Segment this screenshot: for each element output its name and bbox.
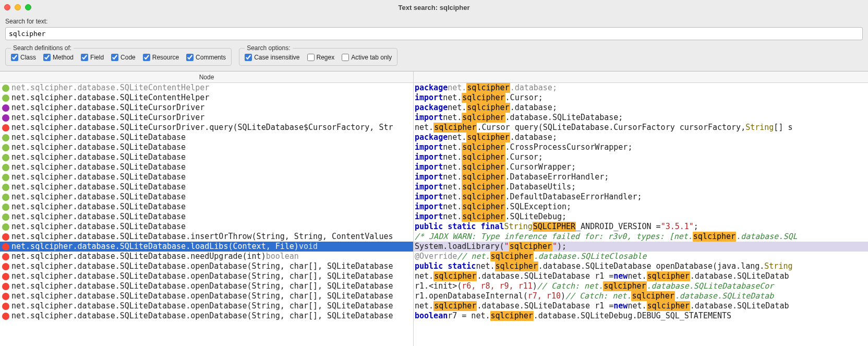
result-row[interactable]: net.sqlcipher.database.SQLiteDatabase.in… [0, 232, 413, 242]
method-icon [2, 303, 9, 310]
check-active[interactable]: Active tab only [342, 54, 392, 61]
result-row[interactable]: net.sqlcipher.database.SQLiteDatabase.lo… [0, 242, 413, 252]
interface-icon [2, 104, 9, 112]
interface-icon [2, 114, 9, 122]
method-icon [2, 273, 9, 280]
method-icon [2, 263, 9, 270]
checkbox-regex[interactable] [307, 54, 315, 61]
checkbox-resource[interactable] [143, 54, 150, 61]
code-header[interactable] [414, 71, 868, 83]
code-row[interactable]: /* JADX WARN: Type inference failed for:… [414, 232, 868, 242]
result-row[interactable]: net.sqlcipher.database.SQLiteDatabase [0, 222, 413, 232]
checkbox-active[interactable] [342, 54, 349, 61]
class-icon [2, 154, 9, 161]
code-row[interactable]: r1.openDatabaseInternal(r7, r10) // Catc… [414, 291, 868, 301]
code-column: package net.sqlcipher.database;import ne… [414, 71, 868, 346]
code-row[interactable]: net.sqlcipher.database.SQLiteDatabase r1… [414, 301, 868, 311]
opts-legend: Search options: [245, 44, 292, 52]
check-ci[interactable]: Case insensitive [245, 54, 299, 61]
result-row[interactable]: net.sqlcipher.database.SQLiteDatabase [0, 202, 413, 212]
result-row[interactable]: net.sqlcipher.database.SQLiteDatabase [0, 162, 413, 172]
code-row[interactable]: net.sqlcipher.Cursor query(SQLiteDatabas… [414, 123, 868, 133]
node-header[interactable]: Node [0, 71, 413, 83]
node-column: Node net.sqlcipher.database.SQLiteConten… [0, 71, 414, 346]
check-class[interactable]: Class [11, 54, 36, 61]
result-row[interactable]: net.sqlcipher.database.SQLiteDatabase [0, 152, 413, 162]
result-row[interactable]: net.sqlcipher.database.SQLiteDatabase.op… [0, 261, 413, 271]
result-row[interactable]: net.sqlcipher.database.SQLiteContentHelp… [0, 83, 413, 93]
search-definitions-fieldset: Search definitions of: ClassMethodFieldC… [5, 44, 232, 66]
checkbox-code[interactable] [111, 54, 118, 61]
result-row[interactable]: net.sqlcipher.database.SQLiteDatabase.op… [0, 301, 413, 311]
result-row[interactable]: net.sqlcipher.database.SQLiteDatabase.op… [0, 291, 413, 301]
traffic-lights [4, 4, 31, 10]
result-row[interactable]: net.sqlcipher.database.SQLiteCursorDrive… [0, 103, 413, 113]
checkbox-method[interactable] [43, 54, 51, 61]
checkbox-field[interactable] [81, 54, 88, 61]
code-row[interactable]: import net.sqlcipher.CrossProcessCursorW… [414, 142, 868, 152]
result-row[interactable]: net.sqlcipher.database.SQLiteDatabase [0, 212, 413, 222]
result-row[interactable]: net.sqlcipher.database.SQLiteContentHelp… [0, 93, 413, 103]
code-row[interactable]: public static final String SQLCIPHER_AND… [414, 222, 868, 232]
class-icon [2, 204, 9, 211]
code-row[interactable]: import net.sqlcipher.SQLException; [414, 202, 868, 212]
check-method[interactable]: Method [43, 54, 74, 61]
code-row[interactable]: public static net.sqlcipher.database.SQL… [414, 261, 868, 271]
checkbox-class[interactable] [11, 54, 18, 61]
result-row[interactable]: net.sqlcipher.database.SQLiteDatabase [0, 182, 413, 192]
result-row[interactable]: net.sqlcipher.database.SQLiteDatabase [0, 133, 413, 142]
code-row[interactable]: r1.<init>(r6, r8, r9, r11) // Catch: net… [414, 281, 868, 291]
code-row[interactable]: @Override // net.sqlcipher.database.SQLi… [414, 252, 868, 261]
code-row[interactable]: import net.sqlcipher.SQLiteDebug; [414, 212, 868, 222]
defs-legend: Search definitions of: [11, 44, 74, 52]
check-field[interactable]: Field [81, 54, 104, 61]
result-row[interactable]: net.sqlcipher.database.SQLiteDatabase.op… [0, 281, 413, 291]
code-row[interactable]: package net.sqlcipher.database; [414, 103, 868, 113]
result-row[interactable]: net.sqlcipher.database.SQLiteDatabase [0, 172, 413, 182]
method-icon [2, 253, 9, 260]
result-row[interactable]: net.sqlcipher.database.SQLiteCursorDrive… [0, 113, 413, 123]
method-icon [2, 233, 9, 241]
close-icon[interactable] [4, 4, 10, 10]
method-icon [2, 124, 9, 132]
result-row[interactable]: net.sqlcipher.database.SQLiteDatabase.op… [0, 311, 413, 321]
check-regex[interactable]: Regex [307, 54, 335, 61]
check-code[interactable]: Code [111, 54, 136, 61]
code-row[interactable]: boolean r7 = net.sqlcipher.database.SQLi… [414, 311, 868, 321]
results-pane: Node net.sqlcipher.database.SQLiteConten… [0, 71, 868, 346]
zoom-icon[interactable] [25, 4, 31, 10]
code-row[interactable]: import net.sqlcipher.Cursor; [414, 93, 868, 103]
code-row[interactable]: import net.sqlcipher.DatabaseUtils; [414, 182, 868, 192]
code-row[interactable]: import net.sqlcipher.Cursor; [414, 152, 868, 162]
checkbox-ci[interactable] [245, 54, 252, 61]
code-row[interactable]: import net.sqlcipher.database.SQLiteData… [414, 113, 868, 123]
check-comments[interactable]: Comments [186, 54, 226, 61]
class-icon [2, 223, 9, 231]
method-icon [2, 243, 9, 250]
check-resource[interactable]: Resource [143, 54, 179, 61]
search-input[interactable] [5, 27, 863, 40]
class-icon [2, 134, 9, 141]
checkbox-comments[interactable] [186, 54, 194, 61]
result-row[interactable]: net.sqlcipher.database.SQLiteDatabase.ne… [0, 252, 413, 261]
result-row[interactable]: net.sqlcipher.database.SQLiteCursorDrive… [0, 123, 413, 133]
result-row[interactable]: net.sqlcipher.database.SQLiteDatabase [0, 142, 413, 152]
code-row[interactable]: net.sqlcipher.database.SQLiteDatabase r1… [414, 271, 868, 281]
code-row[interactable]: package net.sqlcipher.database; [414, 133, 868, 142]
class-icon [2, 144, 9, 151]
window-title: Text search: sqlcipher [0, 4, 868, 11]
code-row[interactable]: import net.sqlcipher.CursorWrapper; [414, 162, 868, 172]
method-icon [2, 313, 9, 320]
result-row[interactable]: net.sqlcipher.database.SQLiteDatabase [0, 192, 413, 202]
titlebar: Text search: sqlcipher [0, 0, 868, 15]
code-row[interactable]: import net.sqlcipher.DatabaseErrorHandle… [414, 172, 868, 182]
code-row[interactable]: package net.sqlcipher.database; [414, 83, 868, 93]
search-area: Search for text: [0, 15, 868, 41]
result-row[interactable]: net.sqlcipher.database.SQLiteDatabase.op… [0, 271, 413, 281]
minimize-icon[interactable] [15, 4, 21, 10]
class-icon [2, 174, 9, 181]
code-row[interactable]: System.loadLibrary("sqlcipher"); [414, 242, 868, 252]
class-icon [2, 94, 9, 102]
text-search-window: Text search: sqlcipher Search for text: … [0, 0, 868, 346]
code-row[interactable]: import net.sqlcipher.DefaultDatabaseErro… [414, 192, 868, 202]
